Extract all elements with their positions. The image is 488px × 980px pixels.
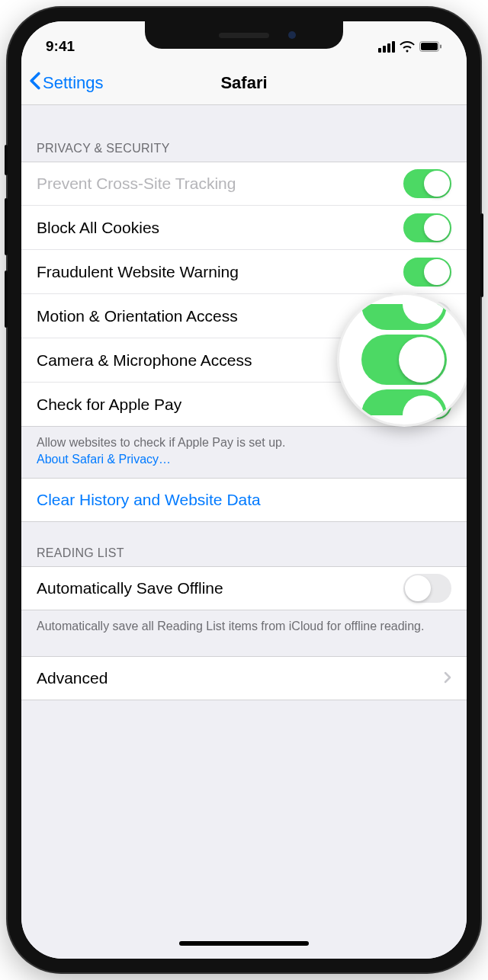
row-label: Prevent Cross-Site Tracking — [37, 175, 403, 193]
content[interactable]: PRIVACY & SECURITY Prevent Cross-Site Tr… — [21, 105, 467, 959]
svg-rect-1 — [421, 43, 438, 50]
svg-rect-2 — [440, 45, 441, 49]
row-prevent-cross-site-tracking[interactable]: Prevent Cross-Site Tracking — [21, 162, 467, 206]
about-safari-privacy-link[interactable]: About Safari & Privacy… — [37, 453, 171, 466]
status-time: 9:41 — [46, 38, 75, 55]
chevron-left-icon — [29, 72, 41, 94]
row-block-all-cookies[interactable]: Block All Cookies — [21, 206, 467, 250]
row-auto-save-offline[interactable]: Automatically Save Offline — [21, 566, 467, 610]
chevron-right-icon — [444, 668, 451, 688]
magnified-toggle-callout — [337, 293, 467, 427]
status-icons — [378, 41, 442, 53]
row-label: Automatically Save Offline — [37, 579, 403, 597]
section-header-privacy: PRIVACY & SECURITY — [21, 105, 467, 162]
row-clear-history[interactable]: Clear History and Website Data — [21, 478, 467, 522]
iphone-frame: 9:41 Settings Safari PRIVACY & SE — [8, 8, 480, 972]
section-header-reading-list: READING LIST — [21, 522, 467, 566]
row-label: Clear History and Website Data — [37, 491, 451, 509]
row-label: Advanced — [37, 669, 444, 687]
toggle-fraudulent-warning[interactable] — [403, 258, 451, 287]
screen: 9:41 Settings Safari PRIVACY & SE — [21, 21, 467, 959]
row-advanced[interactable]: Advanced — [21, 656, 467, 700]
page-title: Safari — [220, 73, 267, 93]
navigation-bar: Settings Safari — [21, 61, 467, 105]
privacy-footer-text: Allow websites to check if Apple Pay is … — [37, 436, 285, 449]
toggle-auto-save-offline[interactable] — [403, 574, 451, 603]
back-label: Settings — [43, 73, 104, 93]
row-label: Fraudulent Website Warning — [37, 263, 403, 281]
row-fraudulent-warning[interactable]: Fraudulent Website Warning — [21, 250, 467, 294]
magnified-toggle-on-icon — [361, 335, 447, 385]
privacy-footer: Allow websites to check if Apple Pay is … — [21, 427, 467, 478]
back-button[interactable]: Settings — [29, 72, 104, 94]
cellular-signal-icon — [378, 41, 395, 53]
reading-list-footer: Automatically save all Reading List item… — [21, 610, 467, 645]
notch — [145, 21, 343, 49]
row-label: Block All Cookies — [37, 219, 403, 237]
toggle-prevent-cross-site-tracking[interactable] — [403, 169, 451, 198]
toggle-block-all-cookies[interactable] — [403, 213, 451, 242]
home-indicator[interactable] — [21, 928, 467, 959]
wifi-icon — [400, 41, 415, 53]
battery-icon — [419, 41, 442, 52]
